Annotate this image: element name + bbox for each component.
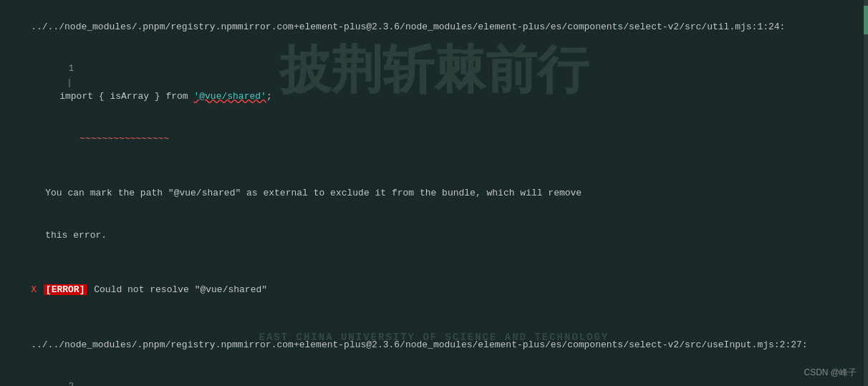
message-cont-1: this error.	[9, 214, 859, 256]
vue-shared-link-1: '@vue/shared'	[193, 91, 266, 102]
error-message-1: Could not resolve "@vue/shared"	[88, 284, 267, 295]
message-text-cont-1: this error.	[45, 230, 107, 241]
squiggle-chars-1: ~~~~~~~~~~~~~~~~	[31, 133, 169, 144]
line-num-2: 2	[59, 380, 74, 386]
csdn-label: CSDN @峰子	[804, 367, 857, 379]
path-text-2: ../../node_modules/.pnpm/registry.npmmir…	[31, 339, 807, 350]
line-code-1: 1 | import { isArray } from '@vue/shared…	[9, 48, 859, 118]
empty-3	[9, 311, 859, 324]
line-num-1: 1	[59, 62, 74, 76]
x-marker-1: X	[31, 284, 42, 295]
error-badge-1: [ERROR]	[44, 284, 87, 295]
error-line-1: X [ERROR] Could not resolve "@vue/shared…	[9, 269, 859, 312]
line-path-2: ../../node_modules/.pnpm/registry.npmmir…	[9, 324, 859, 366]
import-text-1: import { isArray } from	[59, 91, 193, 102]
terminal-window: ../../node_modules/.pnpm/registry.npmmir…	[0, 0, 868, 386]
line-code-2: 2 | import { isFunction } from '@vue/sha…	[9, 366, 859, 387]
scrollbar-thumb[interactable]	[864, 6, 868, 34]
scrollbar[interactable]	[864, 0, 868, 386]
semicolon-1: ;	[266, 91, 272, 102]
squiggle-1: ~~~~~~~~~~~~~~~~	[9, 117, 859, 160]
separator-1: |	[61, 77, 77, 88]
message-1: You can mark the path "@vue/shared" as e…	[9, 173, 859, 215]
message-text-1: You can mark the path "@vue/shared" as e…	[45, 188, 582, 198]
empty-2	[9, 256, 859, 269]
empty-1	[9, 160, 859, 173]
path-text-1: ../../node_modules/.pnpm/registry.npmmir…	[31, 21, 785, 32]
line-path-1: ../../node_modules/.pnpm/registry.npmmir…	[9, 6, 859, 48]
